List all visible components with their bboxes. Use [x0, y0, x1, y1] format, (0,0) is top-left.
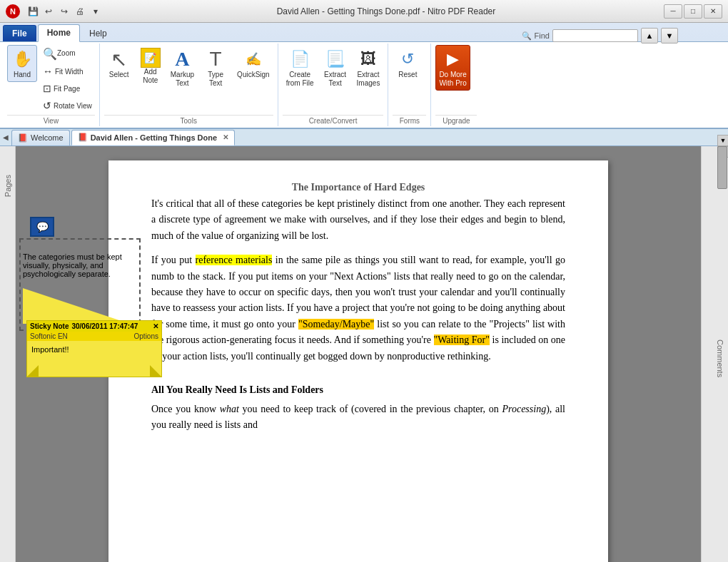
- group-tools-label: Tools: [104, 115, 273, 125]
- rotate-label: Rotate View: [54, 102, 92, 110]
- group-tools: ↖ Select 📝 AddNote A MarkupText T TypeTe…: [100, 44, 278, 126]
- corner-right: [150, 365, 161, 377]
- sticky-note-header: Sticky Note 30/06/2011 17:47:47 ✕: [27, 321, 161, 332]
- sticky-note-date: 30/06/2011 17:47:47: [71, 322, 138, 330]
- ribbon-tabs: File Home Help 🔍 Find ▲ ▼: [0, 23, 728, 41]
- select-icon: ↖: [108, 48, 131, 71]
- paragraph-3: Once you know what you need to keep trac…: [151, 402, 565, 434]
- ribbon: File Home Help 🔍 Find ▲ ▼ ✋ Hand: [0, 23, 728, 129]
- pro-icon: ▶: [442, 48, 465, 71]
- sticky-note-body[interactable]: Important!!: [27, 341, 161, 377]
- pages-sidebar-label[interactable]: Pages: [4, 175, 12, 197]
- hand-label: Hand: [14, 71, 31, 79]
- print-button[interactable]: 🖨: [73, 4, 87, 19]
- section-title: The Importance of Hard Edges: [151, 182, 565, 193]
- group-forms-label: Forms: [393, 115, 426, 125]
- fit-width-icon: ↔: [43, 66, 53, 77]
- quicksign-button[interactable]: ✍ QuickSign: [233, 45, 273, 82]
- qa-dropdown[interactable]: ▾: [89, 4, 103, 19]
- zoom-icon: 🔍: [43, 46, 57, 61]
- paragraph-2: If you put reference materials in the sa…: [151, 252, 565, 364]
- hand-tool-button[interactable]: ✋ Hand: [7, 45, 37, 82]
- sticky-note-close-icon[interactable]: ✕: [153, 322, 158, 330]
- close-button[interactable]: ✕: [704, 4, 722, 19]
- find-bar: 🔍 Find ▲ ▼: [522, 28, 678, 44]
- extract-text-button[interactable]: 📃 ExtractText: [320, 45, 350, 91]
- extract-images-label: ExtractImages: [357, 71, 380, 88]
- pro-label: Do MoreWith Pro: [439, 71, 466, 88]
- extract-images-button[interactable]: 🖼 ExtractImages: [353, 45, 384, 91]
- tab-home[interactable]: Home: [38, 24, 80, 42]
- find-input[interactable]: [552, 29, 638, 42]
- sticky-note-content: Important!!: [31, 345, 69, 354]
- reset-icon: ↺: [396, 48, 419, 71]
- fit-page-icon: ⊡: [43, 83, 51, 94]
- add-note-icon: 📝: [141, 48, 161, 68]
- sticky-note[interactable]: Sticky Note 30/06/2011 17:47:47 ✕ Softon…: [26, 320, 162, 377]
- highlight-someday-maybe: "Someday/Maybe": [298, 319, 374, 329]
- fit-page-label: Fit Page: [54, 85, 80, 93]
- type-text-label: TypeText: [208, 71, 223, 88]
- comments-sidebar: Comments: [712, 146, 728, 562]
- scroll-thumb[interactable]: [717, 146, 727, 189]
- markup-text-button[interactable]: A MarkupText: [167, 45, 198, 91]
- rotate-view-button[interactable]: ↺ Rotate View: [40, 98, 95, 113]
- maximize-button[interactable]: □: [684, 4, 702, 19]
- comments-label[interactable]: Comments: [716, 339, 724, 377]
- left-sidebar: Pages: [0, 146, 16, 562]
- find-text-label: Find: [535, 31, 550, 40]
- zoom-button[interactable]: 🔍 Zoom: [40, 45, 95, 62]
- create-label: Createfrom File: [286, 71, 314, 88]
- tab-document[interactable]: 📕 David Allen - Getting Things Done ✕: [71, 130, 235, 145]
- sticky-note-author: Softonic EN: [30, 332, 68, 340]
- tab-close-button[interactable]: ✕: [223, 133, 228, 141]
- tab-welcome[interactable]: 📕 Welcome: [11, 130, 70, 145]
- fit-page-button[interactable]: ⊡ Fit Page: [40, 81, 95, 96]
- italic-processing: Processing: [502, 404, 546, 414]
- find-label: 🔍: [522, 31, 532, 41]
- hand-icon: ✋: [11, 48, 34, 71]
- redo-button[interactable]: ↪: [57, 4, 71, 19]
- annotation-box: [19, 238, 141, 331]
- fit-width-label: Fit Width: [55, 68, 83, 76]
- do-more-pro-button[interactable]: ▶ Do MoreWith Pro: [435, 45, 470, 91]
- select-tool-button[interactable]: ↖ Select: [104, 45, 134, 82]
- pdf-content[interactable]: The Importance of Hard Edges It's critic…: [16, 146, 701, 562]
- find-prev-button[interactable]: ▲: [641, 28, 658, 44]
- undo-button[interactable]: ↩: [41, 4, 56, 19]
- ribbon-content: ✋ Hand 🔍 Zoom ↔ Fit Width ⊡ Fit Pag: [0, 41, 728, 128]
- type-text-button[interactable]: T TypeText: [201, 45, 231, 91]
- type-text-icon: T: [204, 48, 227, 71]
- title-bar: N 💾 ↩ ↪ 🖨 ▾ David Allen - Getting Things…: [0, 0, 728, 23]
- minimize-button[interactable]: ─: [664, 4, 682, 19]
- extract-images-icon: 🖼: [357, 48, 380, 71]
- find-next-button[interactable]: ▼: [661, 28, 678, 44]
- quicksign-icon: ✍: [242, 48, 265, 71]
- doc-pdf-icon: 📕: [78, 133, 88, 142]
- sticky-note-title: Sticky Note: [30, 322, 69, 330]
- scroll-down-button[interactable]: ▼: [717, 135, 728, 146]
- reset-label: Reset: [398, 71, 417, 79]
- quicksign-label: QuickSign: [237, 71, 270, 79]
- create-from-file-button[interactable]: 📄 Createfrom File: [283, 45, 318, 91]
- corner-left: [27, 365, 39, 377]
- pdf-page: The Importance of Hard Edges It's critic…: [108, 160, 608, 562]
- sticky-note-subheader: Softonic EN Options: [27, 332, 161, 341]
- group-create: 📄 Createfrom File 📃 ExtractText 🖼 Extrac…: [278, 44, 389, 126]
- save-button[interactable]: 💾: [26, 4, 40, 19]
- tab-help[interactable]: Help: [80, 25, 116, 41]
- add-note-label: AddNote: [143, 68, 158, 85]
- tab-file[interactable]: File: [3, 25, 36, 41]
- sticky-note-options[interactable]: Options: [134, 332, 158, 340]
- window-controls: ─ □ ✕: [664, 4, 722, 19]
- add-note-button[interactable]: 📝 AddNote: [137, 45, 164, 88]
- tab-left-scroll[interactable]: ◀: [3, 133, 9, 141]
- reset-button[interactable]: ↺ Reset: [393, 45, 423, 82]
- welcome-pdf-icon: 📕: [18, 133, 28, 143]
- app-logo: N: [6, 4, 20, 19]
- fit-width-button[interactable]: ↔ Fit Width: [40, 63, 95, 79]
- group-upgrade-label: Upgrade: [435, 115, 477, 125]
- group-forms: ↺ Reset Forms: [388, 44, 431, 126]
- highlight-waiting-for: "Waiting For": [434, 334, 490, 345]
- create-icon: 📄: [288, 48, 311, 71]
